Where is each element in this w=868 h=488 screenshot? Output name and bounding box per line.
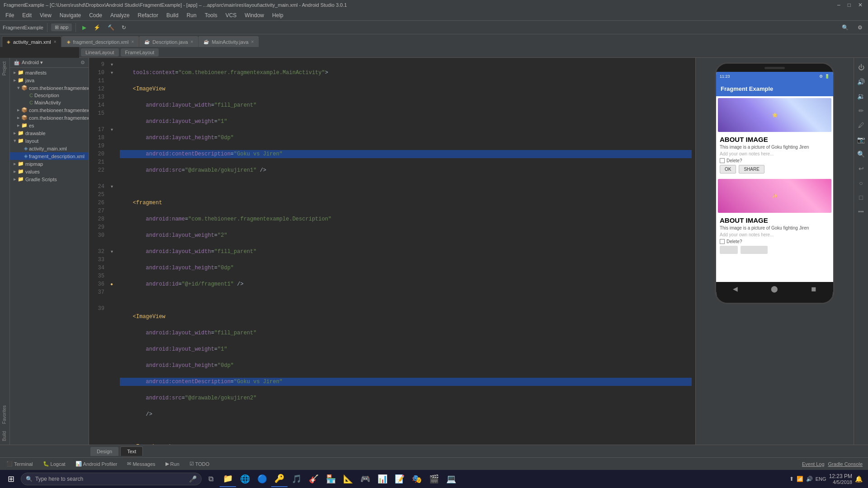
home-nav-icon[interactable]: ⬤ xyxy=(771,285,778,292)
bottom-tab-logcat[interactable]: 🐛 Logcat xyxy=(38,460,70,468)
debug-button[interactable]: ⚡ xyxy=(91,23,103,32)
taskbar-icon-blue[interactable]: 💻 xyxy=(443,471,459,487)
tree-item-layout[interactable]: ▾ 📁 layout xyxy=(10,137,89,145)
tree-item-activity-main-xml[interactable]: ◈ activity_main.xml xyxy=(10,145,89,152)
maximize-button[interactable]: □ xyxy=(846,2,853,8)
tree-item-description[interactable]: C Description xyxy=(10,92,89,99)
tab-close-icon[interactable]: × xyxy=(54,39,57,44)
tree-item-gradle-scripts[interactable]: ▸ 📁 Gradle Scripts xyxy=(10,175,89,183)
settings-button[interactable]: ⚙ xyxy=(855,23,865,32)
microphone-icon[interactable]: 🎤 xyxy=(189,475,197,483)
tab-close-icon-2[interactable]: × xyxy=(131,39,134,44)
tree-item-java[interactable]: ▸ 📁 java xyxy=(10,76,89,84)
taskbar-icon-calc[interactable]: 📐 xyxy=(340,471,356,487)
power-icon[interactable]: ⏻ xyxy=(855,61,867,73)
square-icon[interactable]: □ xyxy=(855,192,867,203)
text-tab[interactable]: Text xyxy=(120,446,143,456)
taskbar-icon-edge[interactable]: 🌐 xyxy=(237,471,253,487)
gradle-console-link[interactable]: Gradle Console xyxy=(828,461,863,467)
layout-tab-linearlayout[interactable]: LinearLayout xyxy=(81,48,119,56)
design-tab[interactable]: Design xyxy=(90,447,118,456)
tray-icon-2[interactable]: 📶 xyxy=(797,476,803,482)
taskbar-icon-spotify[interactable]: 🎸 xyxy=(306,471,322,487)
taskbar-icon-android-studio[interactable]: 🔑 xyxy=(271,471,288,487)
tab-fragment-description-xml[interactable]: ◈ fragment_description.xml × xyxy=(62,36,139,47)
system-clock[interactable]: 12:23 PM 4/5/2018 xyxy=(829,473,852,485)
taskbar-icon-store[interactable]: 🏪 xyxy=(323,471,339,487)
tray-icon-1[interactable]: ⬆ xyxy=(789,476,794,482)
tray-icon-en[interactable]: ENG xyxy=(816,476,826,482)
phone-checkbox-2[interactable] xyxy=(720,239,725,244)
tab-close-icon-4[interactable]: × xyxy=(251,39,254,44)
taskbar-icon-steam[interactable]: 🎮 xyxy=(357,471,373,487)
taskbar-icon-excel[interactable]: 📊 xyxy=(374,471,391,487)
undo-icon[interactable]: ↩ xyxy=(855,163,867,174)
more-icon[interactable]: ••• xyxy=(855,206,867,218)
layout-tab-framelayout[interactable]: FrameLayout xyxy=(121,48,159,56)
zoom-in-icon[interactable]: 🔍 xyxy=(855,148,867,160)
taskbar-icon-premiere[interactable]: 🎬 xyxy=(426,471,442,487)
tab-mainactivity-java[interactable]: ☕ MainActivity.java × xyxy=(198,36,259,47)
tree-item-package-3[interactable]: ▸ 📦 com.thebioneer.fragmentex... xyxy=(10,114,89,122)
taskbar-icon-word[interactable]: 📝 xyxy=(392,471,408,487)
tab-activity-main-xml[interactable]: ◈ activity_main.xml × xyxy=(2,36,61,47)
vert-tab-build[interactable]: Build xyxy=(0,427,9,445)
menu-item-analyze[interactable]: Analyze xyxy=(107,11,133,19)
menu-item-view[interactable]: View xyxy=(36,11,55,19)
build-button[interactable]: 🔨 xyxy=(105,23,117,32)
menu-item-refactor[interactable]: Refactor xyxy=(134,11,162,19)
tree-item-package-2[interactable]: ▸ 📦 com.thebioneer.fragmentex... xyxy=(10,106,89,114)
taskbar-icon-photoshop[interactable]: 🎭 xyxy=(409,471,425,487)
minimize-button[interactable]: – xyxy=(835,2,842,8)
notification-icon[interactable]: 🔔 xyxy=(855,475,863,483)
menu-item-build[interactable]: Build xyxy=(163,11,182,19)
start-button[interactable]: ⊞ xyxy=(2,470,20,488)
bottom-tab-messages[interactable]: ✉ Messages xyxy=(123,460,160,468)
menu-item-code[interactable]: Code xyxy=(85,11,106,19)
bottom-tab-android-profiler[interactable]: 📊 Android Profiler xyxy=(71,460,122,468)
pen-icon[interactable]: 🖊 xyxy=(855,119,867,131)
menu-item-file[interactable]: File xyxy=(2,11,18,19)
tree-item-mipmap[interactable]: ▸ 📁 mipmap xyxy=(10,160,89,168)
camera-icon[interactable]: 📷 xyxy=(855,134,867,145)
tree-item-package-1[interactable]: ▾ 📦 com.thebioneer.fragmentex... xyxy=(10,84,89,92)
bottom-tab-terminal[interactable]: ⬛ Terminal xyxy=(2,460,38,468)
volume-up-icon[interactable]: 🔊 xyxy=(855,76,867,88)
back-nav-icon[interactable]: ◀ xyxy=(733,285,738,292)
volume-down-icon[interactable]: 🔉 xyxy=(855,90,867,102)
circle-icon[interactable]: ○ xyxy=(855,177,867,189)
tab-description-java[interactable]: ☕ Description.java × xyxy=(139,36,198,47)
gear-icon[interactable]: ⚙ xyxy=(80,60,85,66)
menu-item-vcs[interactable]: VCS xyxy=(222,11,241,19)
menu-item-navigate[interactable]: Navigate xyxy=(56,11,85,19)
taskbar-icon-music[interactable]: 🎵 xyxy=(288,471,305,487)
menu-item-help[interactable]: Help xyxy=(269,11,287,19)
bottom-tab-run[interactable]: ▶ Run xyxy=(161,460,184,468)
eraser-icon[interactable]: ✏ xyxy=(855,105,867,117)
tree-item-mainactivity[interactable]: C MainActivity xyxy=(10,99,89,106)
tree-item-manifests[interactable]: ▸ 📁 manifests xyxy=(10,69,89,76)
taskbar-icon-chrome[interactable]: 🔵 xyxy=(254,471,270,487)
vert-tab-project[interactable]: Project xyxy=(0,58,9,79)
menu-item-tools[interactable]: Tools xyxy=(201,11,221,19)
tree-item-values[interactable]: ▸ 📁 values xyxy=(10,168,89,175)
menu-item-window[interactable]: Window xyxy=(241,11,268,19)
phone-share-button[interactable]: SHARE xyxy=(739,165,764,174)
vert-tab-favorites[interactable]: Favorites xyxy=(0,402,9,427)
tree-item-drawable[interactable]: ▸ 📁 drawable xyxy=(10,129,89,137)
event-log-link[interactable]: Event Log xyxy=(802,461,825,467)
recents-nav-icon[interactable]: ◼ xyxy=(811,285,816,292)
tray-icon-3[interactable]: 🔊 xyxy=(806,476,813,482)
menu-item-run[interactable]: Run xyxy=(183,11,200,19)
phone-content-area[interactable]: 🌟 ABOUT IMAGE This image is a picture of… xyxy=(716,96,833,282)
tab-close-icon-3[interactable]: × xyxy=(191,39,193,44)
code-text-area[interactable]: tools:context="com.thebioneer.fragmentex… xyxy=(116,58,695,445)
menu-item-edit[interactable]: Edit xyxy=(19,11,35,19)
tree-item-fragment-description-xml[interactable]: ◈ fragment_description.xml xyxy=(10,152,89,160)
phone-checkbox-1[interactable] xyxy=(720,158,725,163)
close-button[interactable]: ✕ xyxy=(856,2,864,8)
run-button[interactable]: ▶ xyxy=(80,23,89,32)
sync-button[interactable]: ↻ xyxy=(119,23,129,32)
phone-ok-button[interactable]: OK xyxy=(720,165,736,174)
search-button[interactable]: 🔍 xyxy=(839,23,851,32)
